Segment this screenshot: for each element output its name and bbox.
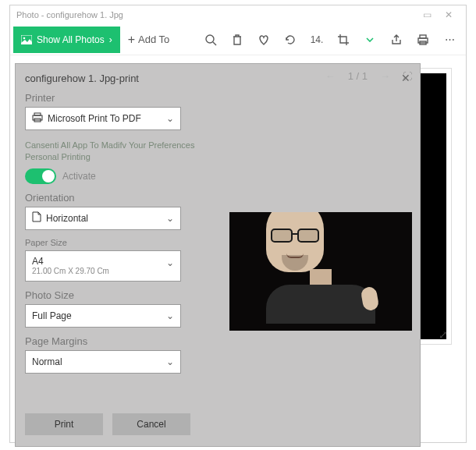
show-all-photos-button[interactable]: Show All Photos › [13, 27, 120, 53]
app-window: Photo - configurehow 1. Jpg ▭ ✕ Show All… [9, 5, 467, 443]
crop-icon [337, 34, 350, 46]
paper-size-value: A4 [32, 256, 44, 267]
margins-label: Page Margins [25, 335, 410, 347]
chevron-down-icon: ⌄ [166, 310, 174, 321]
close-window-icon[interactable]: ✕ [438, 9, 460, 20]
print-button[interactable] [410, 34, 436, 46]
window-title: Photo - configurehow 1. Jpg [16, 10, 123, 19]
print-panel: configurehow 1. Jpg-print ✕ Printer Micr… [15, 63, 421, 447]
favorite-button[interactable] [250, 34, 277, 46]
chevron-down-icon: ⌄ [166, 213, 174, 224]
print-icon [417, 34, 429, 46]
chevron-down-icon [366, 37, 374, 42]
paper-size-sub: 21.00 Cm X 29.70 Cm [32, 267, 109, 275]
cancel-button[interactable]: Cancel [112, 413, 190, 435]
toolbar: Show All Photos › + Add To 14. ⋯ [10, 24, 466, 55]
add-to-label: Add To [138, 34, 169, 45]
trash-icon [232, 34, 243, 46]
print-confirm-button[interactable]: Print [25, 413, 103, 435]
svg-line-3 [213, 42, 216, 45]
margins-value: Normal [32, 356, 62, 367]
share-icon [390, 34, 403, 46]
margins-dropdown[interactable]: Normal ⌄ [25, 350, 181, 374]
share-button[interactable] [383, 34, 410, 46]
photo-size-value: Full Page [32, 310, 72, 321]
more-icon: ⋯ [445, 34, 455, 45]
activate-label: Activate [62, 171, 96, 182]
svg-point-2 [206, 35, 214, 43]
photo-size-dropdown[interactable]: Full Page ⌄ [25, 304, 181, 328]
rotate-icon [284, 34, 297, 46]
title-bar: Photo - configurehow 1. Jpg ▭ ✕ [10, 5, 466, 24]
page-indicator: 1 / 1 [348, 70, 368, 82]
orientation-value: Horizontal [46, 213, 88, 224]
printer-dropdown[interactable]: Microsoft Print To PDF ⌄ [25, 107, 181, 130]
chevron-down-icon: ⌄ [166, 257, 174, 268]
next-page-icon[interactable]: → [380, 70, 390, 82]
preview-image [229, 212, 412, 331]
panel-title: configurehow 1. Jpg-print [25, 73, 139, 84]
rotate-button[interactable] [277, 34, 304, 46]
prev-page-icon[interactable]: ← [325, 70, 336, 82]
crop-button[interactable] [330, 34, 357, 46]
chevron-right-icon: › [109, 34, 112, 45]
add-to-button[interactable]: + Add To [128, 33, 170, 47]
settings-dropdown[interactable] [357, 37, 383, 42]
fullscreen-icon[interactable]: ⛶ [403, 71, 412, 82]
zoom-level[interactable]: 14. [304, 34, 330, 45]
printer-device-icon [32, 112, 43, 126]
photo-icon [21, 35, 32, 44]
consent-text: Cansenti All App To Madifv Your Preferen… [25, 140, 410, 164]
heart-icon [258, 34, 270, 46]
resize-handle-icon[interactable]: ⤢ [439, 328, 448, 341]
zoom-icon [204, 34, 217, 46]
chevron-down-icon: ⌄ [166, 113, 174, 124]
preview-nav: ← 1 / 1 → ⛶ [325, 70, 412, 82]
svg-point-1 [23, 37, 26, 39]
maximize-icon[interactable]: ▭ [416, 9, 438, 20]
delete-button[interactable] [224, 34, 250, 46]
paper-size-dropdown[interactable]: A4 21.00 Cm X 29.70 Cm ⌄ [25, 250, 181, 282]
zoom-button[interactable] [197, 34, 224, 46]
printer-label: Printer [25, 92, 410, 104]
activate-toggle[interactable] [25, 168, 56, 184]
show-all-label: Show All Photos [37, 34, 105, 45]
chevron-down-icon: ⌄ [166, 356, 174, 367]
printer-value: Microsoft Print To PDF [48, 113, 141, 124]
page-icon [32, 211, 41, 225]
plus-icon: + [128, 33, 135, 47]
orientation-label: Orientation [25, 192, 410, 204]
more-button[interactable]: ⋯ [436, 34, 463, 45]
orientation-dropdown[interactable]: Horizontal ⌄ [25, 207, 181, 230]
